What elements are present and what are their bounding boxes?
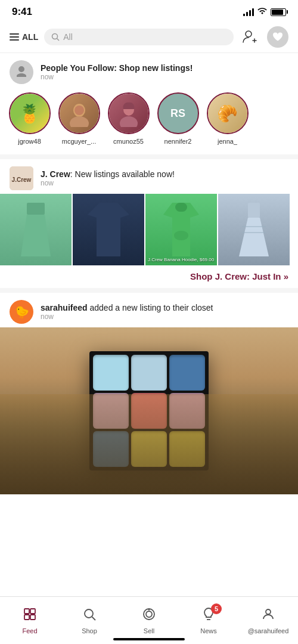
search-bar[interactable]: All: [44, 29, 234, 45]
svg-rect-20: [24, 615, 29, 620]
all-label: ALL: [22, 32, 38, 42]
svg-point-26: [148, 608, 150, 610]
user-post-section: 🐤 sarahuifeed added a new listing to the…: [0, 288, 298, 494]
username: sarahuifeed: [41, 303, 88, 312]
avatar: 🥐: [207, 92, 249, 134]
status-icons: [243, 8, 286, 17]
svg-rect-15: [248, 203, 260, 218]
svg-line-23: [92, 617, 96, 620]
status-bar: 9:41: [0, 0, 298, 21]
nav-item-news[interactable]: 5 News: [179, 597, 238, 644]
profile-label: @sarahuifeed: [248, 627, 289, 634]
liked-items-button[interactable]: [267, 26, 288, 48]
svg-point-22: [85, 609, 93, 618]
list-item[interactable]: RS nennifer2: [156, 92, 200, 145]
profile-icon: [261, 607, 275, 625]
svg-point-9: [120, 116, 138, 127]
feed-icon: [23, 607, 37, 625]
sell-icon: [142, 607, 156, 625]
svg-line-1: [57, 39, 60, 41]
jcrew-header: J.Crew J. Crew: New listings available n…: [0, 159, 298, 194]
nav-action-icons: [240, 26, 288, 48]
user-post-header: 🐤 sarahuifeed added a new listing to the…: [0, 293, 298, 327]
person-name: cmunoz55: [113, 138, 144, 145]
avatar: [108, 92, 150, 134]
jcrew-section: J.Crew J. Crew: New listings available n…: [0, 154, 298, 288]
search-icon: [51, 33, 60, 41]
svg-point-0: [52, 34, 58, 39]
user-post-time: now: [41, 312, 288, 321]
shop-label: Shop: [82, 627, 97, 634]
all-filter-button[interactable]: ALL: [10, 32, 38, 42]
nav-item-profile[interactable]: @sarahuifeed: [238, 597, 298, 644]
battery-icon: [271, 8, 286, 16]
feed-label: Feed: [22, 627, 37, 634]
svg-rect-18: [24, 609, 29, 614]
avatar: RS: [157, 92, 199, 134]
people-section: People You Follow: Shop new listings! no…: [0, 53, 298, 154]
nav-bar: ALL All: [0, 21, 298, 53]
svg-point-25: [146, 611, 152, 617]
people-header: People You Follow: Shop new listings! no…: [0, 53, 298, 88]
sell-label: Sell: [144, 627, 154, 634]
people-section-avatar: [10, 60, 33, 84]
person-name: jenna_: [218, 138, 237, 145]
jcrew-product-hoodie[interactable]: J.Crew Banana Hoodie, $69.00: [145, 194, 217, 265]
jcrew-product-images: J.Crew Banana Hoodie, $69.00: [0, 194, 298, 265]
svg-rect-21: [30, 615, 35, 620]
follow-requests-icon[interactable]: [240, 26, 261, 48]
jcrew-time: now: [41, 179, 175, 187]
svg-point-28: [266, 609, 271, 614]
nav-item-feed[interactable]: Feed: [0, 597, 60, 644]
person-name: jgrow48: [18, 138, 41, 145]
list-item[interactable]: cmunoz55: [106, 92, 151, 145]
people-list: 🍍 jgrow48 mcguyer_...: [0, 88, 298, 154]
feed-content: People You Follow: Shop new listings! no…: [0, 53, 298, 548]
jcrew-cta[interactable]: Shop J. Crew: Just In »: [0, 265, 298, 288]
jcrew-product-dress[interactable]: [218, 194, 290, 265]
search-placeholder: All: [63, 32, 73, 42]
svg-rect-19: [30, 609, 35, 614]
user-avatar: 🐤: [10, 300, 33, 324]
svg-point-2: [246, 31, 252, 37]
jcrew-product-shirt[interactable]: [73, 194, 144, 265]
status-time: 9:41: [12, 6, 32, 18]
svg-point-24: [144, 609, 154, 620]
jcrew-logo: J.Crew: [10, 166, 33, 190]
shop-icon: [82, 607, 97, 625]
nav-item-shop[interactable]: Shop: [60, 597, 119, 644]
people-section-title: People You Follow: Shop new listings!: [41, 63, 288, 73]
listing-image[interactable]: [0, 327, 298, 494]
news-badge: 5: [211, 603, 222, 614]
nav-item-sell[interactable]: Sell: [119, 597, 179, 644]
jcrew-cta-link[interactable]: Shop J. Crew: Just In »: [190, 271, 288, 281]
avatar: [58, 92, 100, 134]
wifi-icon: [257, 8, 267, 17]
user-post-text: sarahuifeed added a new listing to their…: [41, 303, 288, 321]
jcrew-brand: J. Crew: [41, 169, 70, 179]
jcrew-title: J. Crew: New listings available now!: [41, 169, 175, 179]
jcrew-header-text: J. Crew: New listings available now! now: [41, 169, 175, 187]
svg-point-7: [74, 106, 84, 115]
avatar: 🍍: [9, 92, 51, 134]
svg-rect-13: [175, 203, 187, 212]
person-name: mcguyer_...: [62, 138, 96, 145]
svg-rect-12: [27, 203, 45, 215]
user-action: added a new listing to their closet: [88, 303, 213, 312]
list-item[interactable]: mcguyer_...: [57, 92, 101, 145]
jcrew-product-skirt[interactable]: [0, 194, 72, 265]
home-indicator: [113, 638, 185, 640]
people-section-header-text: People You Follow: Shop new listings! no…: [41, 63, 288, 81]
news-icon: 5: [201, 607, 216, 625]
person-name: nennifer2: [164, 138, 192, 145]
signal-icon: [243, 8, 254, 16]
hoodie-caption: J.Crew Banana Hoodie, $69.00: [148, 257, 215, 263]
svg-point-6: [70, 116, 89, 127]
menu-icon: [10, 33, 19, 41]
svg-point-14: [174, 231, 188, 240]
bottom-nav: Feed Shop Sell 5 News @sarahuifeed: [0, 596, 298, 644]
news-label: News: [200, 627, 217, 634]
list-item[interactable]: 🥐 jenna_: [205, 92, 250, 145]
svg-text:J.Crew: J.Crew: [12, 177, 32, 183]
list-item[interactable]: 🍍 jgrow48: [7, 92, 52, 145]
